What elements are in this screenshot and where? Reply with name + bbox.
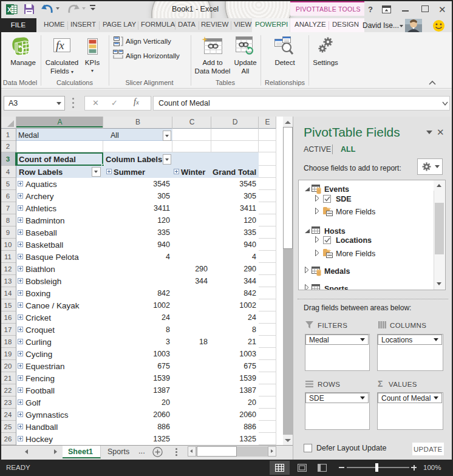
- svg-text:fx: fx: [56, 39, 64, 52]
- svg-text:X: X: [7, 6, 12, 13]
